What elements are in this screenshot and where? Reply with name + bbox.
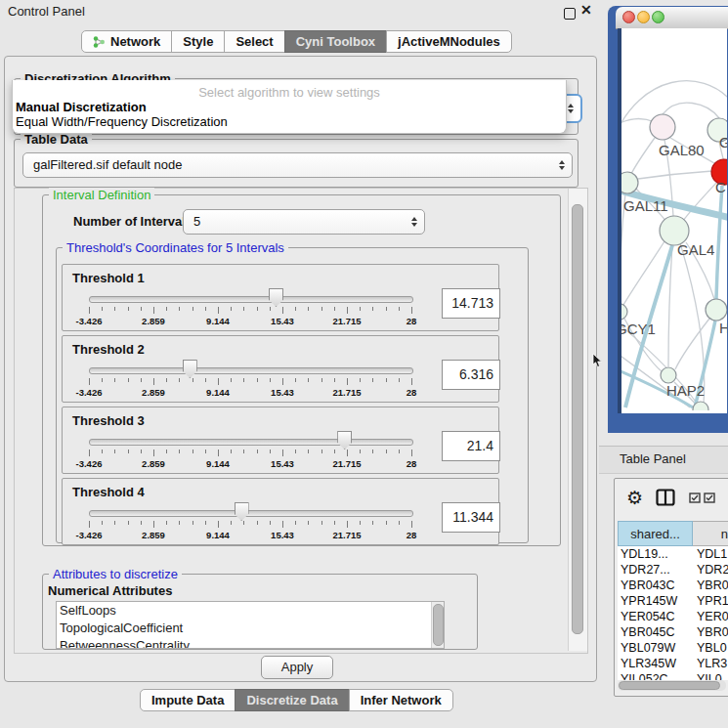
slider-tick bbox=[372, 307, 373, 311]
slider-tick bbox=[179, 378, 180, 382]
slider-tick bbox=[179, 450, 180, 453]
slider-tick-label: 21.715 bbox=[332, 458, 361, 469]
attribute-item-selfloops[interactable]: SelfLoops bbox=[57, 602, 444, 620]
table-row[interactable]: YDR27...YDR2 bbox=[618, 562, 728, 578]
threshold-slider-track[interactable] bbox=[89, 439, 413, 446]
node-label: C bbox=[715, 179, 726, 195]
table-row[interactable]: YIL052CYIL0 bbox=[618, 671, 728, 680]
scrollbar-thumb[interactable] bbox=[619, 681, 720, 690]
main-scrollbar[interactable] bbox=[568, 189, 587, 651]
float-window-icon[interactable] bbox=[564, 8, 576, 20]
tab-jactivemnodules[interactable]: jActiveMNodules bbox=[386, 30, 512, 53]
table-row[interactable]: YBR045CYBR0 bbox=[618, 624, 728, 640]
slider-tick bbox=[231, 378, 232, 382]
network-node-hap2[interactable] bbox=[661, 367, 676, 383]
table-browser-window: ⚙ shared... name YDL19...YDL1YDR27...YDR… bbox=[614, 478, 728, 697]
attributes-list-scrollbar[interactable] bbox=[431, 602, 444, 648]
split-columns-icon[interactable] bbox=[656, 489, 675, 506]
slider-tick bbox=[218, 521, 219, 528]
slider-tick bbox=[321, 307, 322, 311]
gear-icon[interactable]: ⚙ bbox=[626, 487, 643, 508]
threshold-value-field[interactable]: 6.316 bbox=[442, 360, 500, 390]
threshold-value-field[interactable]: 11.344 bbox=[442, 502, 500, 533]
cell-shared-name: YLR345W bbox=[618, 656, 697, 671]
table-row[interactable]: YLR345WYLR3 bbox=[618, 656, 728, 671]
slider-tick bbox=[153, 450, 154, 456]
tab-infer-network[interactable]: Infer Network bbox=[349, 689, 453, 711]
network-node-h[interactable] bbox=[706, 299, 727, 321]
close-icon[interactable]: ✕ bbox=[580, 2, 592, 18]
slider-tick bbox=[347, 378, 348, 385]
popup-item-manual-discretization[interactable]: Manual Discretization bbox=[13, 100, 566, 114]
tab-style[interactable]: Style bbox=[171, 30, 225, 53]
threshold-slider-thumb[interactable] bbox=[269, 288, 283, 307]
slider-tick bbox=[411, 378, 412, 385]
threshold-slider-track[interactable] bbox=[89, 367, 413, 374]
apply-button[interactable]: Apply bbox=[261, 656, 333, 679]
threshold-value-field[interactable]: 14.713 bbox=[442, 288, 500, 319]
column-header-name[interactable]: name bbox=[693, 521, 728, 546]
network-node-gcy1[interactable] bbox=[621, 304, 627, 320]
tab-discretize-data[interactable]: Discretize Data bbox=[235, 689, 349, 711]
slider-tick-label: -3.426 bbox=[76, 458, 103, 469]
network-window-titlebar[interactable] bbox=[616, 7, 728, 29]
scrollbar-thumb[interactable] bbox=[433, 604, 444, 646]
scrollbar-thumb[interactable] bbox=[572, 204, 583, 634]
number-of-intervals-combobox[interactable]: 5 bbox=[183, 209, 425, 235]
zoom-traffic-light-icon[interactable] bbox=[652, 11, 664, 23]
slider-tick bbox=[153, 307, 154, 314]
attribute-item-topologicalcoefficient[interactable]: TopologicalCoefficient bbox=[57, 620, 444, 637]
threshold-slider-track[interactable] bbox=[89, 510, 413, 517]
table-data-combobox[interactable]: galFiltered.sif default node bbox=[22, 152, 573, 178]
threshold-slider-thumb[interactable] bbox=[235, 502, 249, 521]
slider-tick bbox=[334, 307, 335, 311]
slider-tick bbox=[334, 378, 335, 382]
network-node-gal80[interactable] bbox=[650, 114, 675, 140]
slider-tick bbox=[386, 450, 387, 453]
network-graph[interactable]: GAL80GACGAL11GAL4GCY1HHAP2 bbox=[621, 28, 727, 410]
table-row[interactable]: YPR145WYPR1 bbox=[618, 593, 728, 609]
threshold-panel: Threshold 1-3.4262.8599.14415.4321.71528… bbox=[62, 264, 499, 331]
table-row[interactable]: YBL079WYBL0 bbox=[618, 640, 728, 656]
tab-select[interactable]: Select bbox=[224, 30, 284, 53]
threshold-value-field[interactable]: 21.4 bbox=[442, 431, 500, 461]
slider-tick bbox=[231, 521, 232, 525]
slider-tick bbox=[218, 378, 219, 385]
slider-tick bbox=[372, 521, 373, 525]
network-node-gal11[interactable] bbox=[621, 172, 638, 193]
close-traffic-light-icon[interactable] bbox=[622, 11, 635, 23]
column-header-shared-name[interactable]: shared... bbox=[618, 521, 693, 546]
table-rows: YDL19...YDL1YDR27...YDR2YBR043CYBR0YPR14… bbox=[618, 546, 728, 680]
tab-network[interactable]: Network bbox=[81, 30, 172, 53]
slider-tick-label: 2.859 bbox=[142, 387, 165, 398]
numerical-attributes-list[interactable]: SelfLoopsTopologicalCoefficientBetweenne… bbox=[56, 601, 445, 649]
checkbox-icon[interactable] bbox=[689, 492, 701, 503]
minimize-traffic-light-icon[interactable] bbox=[637, 11, 650, 23]
network-canvas[interactable]: GAL80GACGAL11GAL4GCY1HHAP2 bbox=[618, 28, 727, 413]
interval-definition-label: Interval Definition bbox=[49, 188, 154, 202]
thresholds-group-label: Threshold's Coordinates for 5 Intervals bbox=[63, 240, 288, 255]
table-row[interactable]: YDL19...YDL1 bbox=[618, 546, 728, 562]
settings-scroll-viewport: Interval Definition Number of Intervals … bbox=[14, 188, 588, 654]
slider-tick bbox=[360, 450, 361, 453]
attribute-item-betweennesscentrality[interactable]: BetweennessCentrality bbox=[57, 637, 444, 649]
slider-tick bbox=[153, 378, 154, 385]
slider-tick bbox=[205, 450, 206, 453]
threshold-slider-track[interactable] bbox=[89, 296, 413, 303]
table-horizontal-scrollbar[interactable] bbox=[618, 680, 726, 691]
threshold-slider-thumb[interactable] bbox=[183, 360, 197, 378]
slider-tick bbox=[205, 307, 206, 311]
slider-tick bbox=[399, 378, 400, 382]
table-row[interactable]: YER054CYER0 bbox=[618, 609, 728, 624]
slider-tick bbox=[205, 378, 206, 382]
checkbox-icon[interactable] bbox=[704, 492, 715, 503]
slider-tick bbox=[347, 450, 348, 456]
popup-item-equal-width-frequency-discretization[interactable]: Equal Width/Frequency Discretization bbox=[13, 114, 566, 129]
slider-tick bbox=[114, 450, 115, 453]
table-row[interactable]: YBR043CYBR0 bbox=[618, 578, 728, 593]
threshold-slider-thumb[interactable] bbox=[337, 431, 352, 450]
tab-impute-data[interactable]: Impute Data bbox=[140, 689, 236, 711]
panel-title: Control Panel bbox=[8, 4, 85, 19]
network-view-window[interactable]: GAL80GACGAL11GAL4GCY1HHAP2 bbox=[608, 6, 728, 433]
tab-cyni-toolbox[interactable]: Cyni Toolbox bbox=[284, 30, 387, 53]
